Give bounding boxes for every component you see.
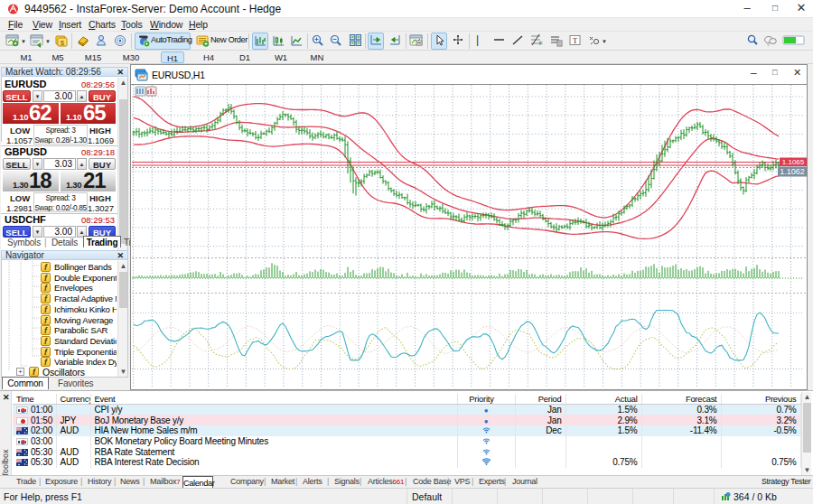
svg-text:1.1062: 1.1062 [780,167,805,176]
svg-text:$: $ [61,39,65,47]
svg-text:1.1065: 1.1065 [782,158,805,166]
svg-text:F: F [539,41,543,46]
svg-text:T: T [573,36,578,45]
